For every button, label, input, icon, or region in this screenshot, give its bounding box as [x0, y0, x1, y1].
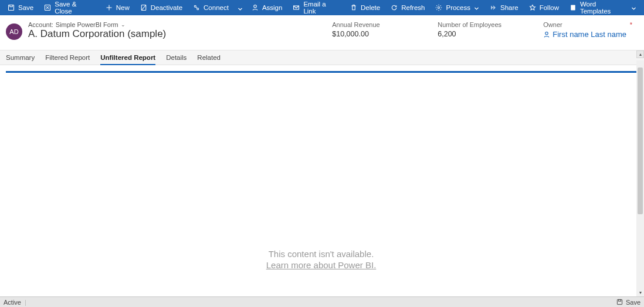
vertical-scrollbar[interactable]: ▾ [636, 60, 644, 296]
employees-block: Number of Employees 6,200 [438, 21, 502, 39]
svg-rect-12 [618, 299, 621, 301]
deactivate-label: Deactivate [151, 4, 182, 11]
tabs-row: Summary Filtered Report Unfiltered Repor… [0, 50, 644, 65]
scroll-up-button[interactable]: ▴ [636, 50, 644, 58]
title-block: Account: Simple PowerBI Form ⌄ A. Datum … [28, 21, 166, 40]
deactivate-button[interactable]: Deactivate [135, 0, 188, 15]
owner-label: Owner [543, 21, 626, 28]
follow-button[interactable]: Follow [524, 0, 564, 15]
record-header: AD Account: Simple PowerBI Form ⌄ A. Dat… [0, 15, 644, 50]
breadcrumb-form: Simple PowerBI Form [56, 21, 118, 28]
process-label: Process [446, 4, 470, 11]
annual-revenue-block: Annual Revenue $10,000.00 [332, 21, 396, 39]
gear-icon [435, 4, 442, 11]
save-close-button[interactable]: Save & Close [39, 0, 100, 15]
tab-filtered-report[interactable]: Filtered Report [45, 50, 90, 65]
assign-button[interactable]: Assign [246, 0, 288, 15]
connect-button[interactable]: Connect [188, 0, 234, 15]
svg-point-5 [197, 8, 199, 10]
status-bar: Active | Save [0, 296, 644, 307]
save-label: Save [18, 4, 33, 11]
svg-point-6 [254, 5, 257, 8]
svg-rect-11 [617, 299, 622, 304]
assign-icon [252, 4, 259, 11]
chevron-down-icon [631, 5, 636, 11]
unavailable-message: This content isn't available. [266, 249, 377, 259]
header-fields: Annual Revenue $10,000.00 Number of Empl… [332, 21, 638, 39]
delete-button[interactable]: Delete [345, 0, 385, 15]
word-templates-label: Word Templates [580, 1, 628, 15]
connect-dropdown[interactable] [234, 0, 246, 15]
owner-name: First name Last name [553, 30, 626, 39]
trash-icon [350, 4, 357, 11]
save-button[interactable]: Save [2, 0, 39, 15]
required-indicator: * [630, 21, 632, 28]
tab-summary[interactable]: Summary [6, 50, 35, 65]
connect-icon [193, 4, 200, 11]
plus-icon [106, 4, 113, 11]
assign-label: Assign [262, 4, 283, 11]
svg-point-10 [545, 32, 548, 35]
chevron-down-icon [238, 5, 243, 11]
employees-value[interactable]: 6,200 [438, 30, 502, 38]
share-label: Share [500, 4, 518, 11]
record-status: Active [4, 299, 21, 306]
word-icon [570, 4, 577, 11]
owner-value[interactable]: First name Last name [543, 30, 626, 39]
email-link-button[interactable]: Email a Link [287, 0, 345, 15]
status-separator: | [25, 299, 26, 306]
process-button[interactable]: Process [430, 0, 484, 15]
employees-label: Number of Employees [438, 21, 502, 28]
save-close-label: Save & Close [55, 1, 94, 15]
annual-revenue-value[interactable]: $10,000.00 [332, 30, 396, 38]
refresh-label: Refresh [401, 4, 425, 11]
share-button[interactable]: Share [484, 0, 524, 15]
svg-rect-1 [10, 5, 13, 7]
deactivate-icon [140, 4, 147, 11]
follow-label: Follow [540, 4, 559, 11]
share-icon [490, 4, 497, 11]
refresh-button[interactable]: Refresh [385, 0, 430, 15]
avatar: AD [6, 23, 22, 40]
new-button[interactable]: New [100, 0, 135, 15]
learn-more-link[interactable]: Learn more about Power BI. [266, 260, 377, 270]
tab-details[interactable]: Details [166, 50, 187, 65]
footer-save-button[interactable]: Save [616, 299, 640, 306]
save-close-icon [44, 4, 51, 11]
refresh-icon [391, 4, 398, 11]
email-icon [293, 4, 300, 11]
star-icon [529, 4, 536, 11]
person-icon [543, 31, 550, 38]
svg-rect-9 [571, 5, 575, 11]
svg-point-8 [438, 7, 440, 9]
tab-unfiltered-report[interactable]: Unfiltered Report [100, 50, 155, 65]
main-content: This content isn't available. Learn more… [0, 65, 644, 291]
save-icon [8, 4, 15, 11]
command-bar: Save Save & Close New Deactivate Connect… [0, 0, 644, 15]
footer-save-label: Save [626, 299, 640, 306]
email-link-label: Email a Link [303, 1, 340, 15]
content-unavailable: This content isn't available. Learn more… [266, 249, 377, 270]
chevron-down-icon: ⌄ [121, 22, 126, 28]
report-frame: This content isn't available. Learn more… [6, 71, 636, 291]
word-templates-button[interactable]: Word Templates [564, 0, 642, 15]
owner-block: Owner * First name Last name [543, 21, 626, 39]
svg-point-4 [194, 5, 196, 7]
breadcrumb-prefix: Account: [28, 21, 53, 28]
svg-rect-0 [9, 5, 14, 11]
scrollbar-thumb[interactable] [638, 68, 643, 214]
annual-revenue-label: Annual Revenue [332, 21, 396, 28]
breadcrumb[interactable]: Account: Simple PowerBI Form ⌄ [28, 21, 166, 28]
record-title: A. Datum Corporation (sample) [28, 28, 166, 40]
tab-related[interactable]: Related [197, 50, 221, 65]
new-label: New [116, 4, 130, 11]
chevron-down-icon [474, 5, 479, 11]
save-icon [616, 299, 623, 305]
scroll-down-button[interactable]: ▾ [636, 289, 644, 296]
delete-label: Delete [361, 4, 380, 11]
connect-label: Connect [204, 4, 229, 11]
